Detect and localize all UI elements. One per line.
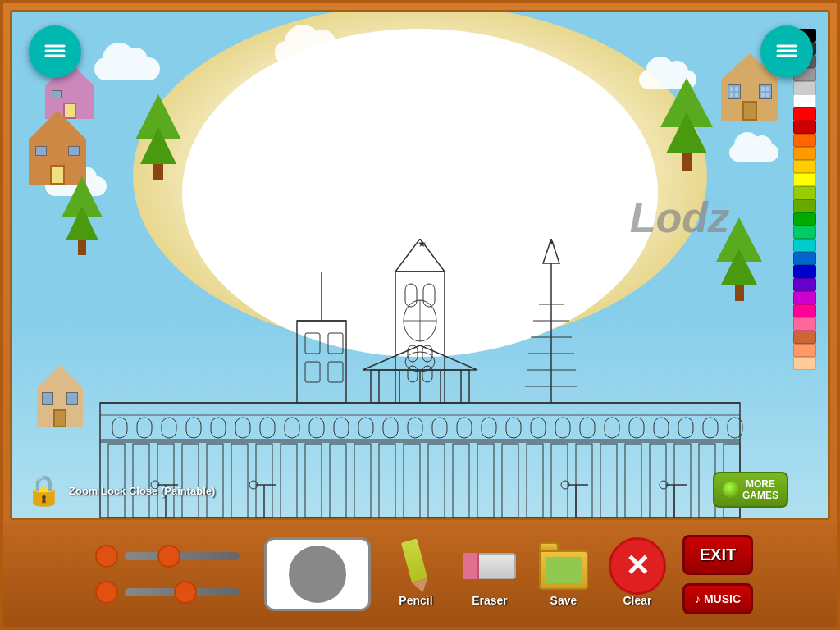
color-swatch-18[interactable] [793, 265, 816, 278]
svg-rect-41 [383, 418, 398, 438]
svg-rect-54 [703, 418, 718, 438]
clear-x-icon: ✕ [625, 551, 650, 581]
exit-btn[interactable]: EXIT [682, 535, 753, 575]
house-left-mid [29, 111, 86, 185]
svg-rect-9 [281, 444, 297, 518]
color-swatch-20[interactable] [793, 291, 816, 304]
toolbar: Pencil Eraser Save [3, 522, 837, 627]
size-slider-1-row [95, 545, 240, 568]
music-btn[interactable]: ♪ MUSIC [682, 583, 753, 614]
color-swatch-7[interactable] [793, 121, 816, 134]
color-swatch-4[interactable] [793, 81, 816, 94]
cloud-2 [275, 41, 349, 64]
eraser-icon-area [461, 541, 518, 591]
svg-rect-44 [457, 418, 472, 438]
color-swatch-5[interactable] [793, 94, 816, 107]
color-swatch-25[interactable] [793, 357, 816, 370]
exit-music-group: EXIT ♪ MUSIC [682, 535, 753, 614]
canvas-area: Lodz [10, 10, 830, 520]
size-slider-2-row [95, 581, 240, 604]
clear-label: Clear [623, 594, 651, 607]
color-swatch-24[interactable] [793, 344, 816, 357]
slider-track-1[interactable] [125, 552, 240, 560]
tree-left [135, 94, 181, 180]
color-swatch-11[interactable] [793, 173, 816, 186]
sound-btn-left[interactable] [29, 25, 81, 78]
slider-thumb-1[interactable] [158, 545, 180, 568]
svg-marker-62 [363, 345, 477, 370]
pencil-tool[interactable]: Pencil [379, 536, 453, 612]
svg-rect-68 [328, 362, 343, 382]
music-label: MUSIC [704, 592, 741, 605]
svg-rect-16 [453, 444, 469, 518]
slider-dot-2 [95, 581, 118, 604]
color-swatch-19[interactable] [793, 278, 816, 291]
save-icon-area [535, 541, 592, 591]
color-swatch-15[interactable] [793, 226, 816, 239]
svg-rect-21 [576, 444, 592, 518]
svg-rect-43 [432, 418, 447, 438]
color-swatch-12[interactable] [793, 186, 816, 199]
color-swatch-14[interactable] [793, 212, 816, 226]
svg-rect-12 [354, 444, 371, 518]
clear-btn[interactable]: ✕ [609, 537, 666, 595]
svg-rect-36 [260, 418, 275, 438]
house-bottom-left [37, 365, 83, 427]
svg-rect-7 [231, 444, 248, 518]
svg-rect-47 [531, 418, 546, 438]
slider-thumb-2[interactable] [174, 581, 197, 604]
pencil-icon-area [387, 541, 445, 591]
clear-tool[interactable]: ✕ Clear [600, 536, 674, 612]
slider-track-2[interactable] [125, 588, 240, 596]
color-swatch-13[interactable] [793, 199, 816, 212]
sound-icon-right [774, 41, 799, 63]
svg-rect-66 [328, 333, 343, 354]
svg-rect-38 [309, 418, 324, 438]
svg-rect-53 [678, 418, 693, 438]
color-swatch-16[interactable] [793, 239, 816, 252]
color-swatch-17[interactable] [793, 252, 816, 265]
lock-icon: 🔒 [25, 473, 62, 508]
color-preview-circle [289, 546, 346, 603]
svg-rect-13 [379, 444, 395, 518]
city-name-text: Lodz [630, 193, 729, 242]
color-swatch-22[interactable] [793, 317, 816, 331]
svg-point-63 [405, 352, 435, 372]
sound-icon-left [43, 41, 67, 63]
color-swatch-21[interactable] [793, 304, 816, 317]
color-swatch-8[interactable] [793, 134, 816, 147]
cloud-4 [729, 144, 778, 162]
svg-rect-17 [477, 444, 494, 518]
more-games-btn[interactable]: MOREGAMES [713, 472, 788, 508]
svg-rect-22 [600, 444, 617, 518]
color-swatch-9[interactable] [793, 147, 816, 160]
svg-rect-34 [211, 418, 226, 438]
color-preview-box [264, 537, 371, 611]
eraser-tool[interactable]: Eraser [453, 536, 527, 612]
svg-rect-52 [654, 418, 669, 438]
svg-rect-45 [482, 418, 496, 438]
svg-rect-65 [305, 333, 320, 354]
app-container: Lodz [0, 0, 840, 630]
svg-rect-48 [555, 418, 570, 438]
eraser-label: Eraser [472, 594, 508, 607]
svg-rect-33 [186, 418, 201, 438]
svg-rect-39 [334, 418, 349, 438]
pencil-label: Pencil [399, 594, 432, 607]
zoom-lock-btn[interactable]: 🔒 Zoom Lock Close (Paintable) [25, 473, 215, 508]
svg-rect-67 [305, 362, 320, 382]
save-tool[interactable]: Save [527, 536, 600, 612]
svg-text:★: ★ [418, 239, 427, 249]
svg-rect-11 [330, 444, 346, 518]
svg-text:✦: ✦ [548, 239, 555, 247]
svg-rect-15 [428, 444, 445, 518]
color-swatch-10[interactable] [793, 160, 816, 173]
sliders-area [95, 545, 240, 604]
sound-btn-right[interactable] [760, 25, 813, 78]
color-swatch-23[interactable] [793, 331, 816, 344]
svg-rect-49 [580, 418, 595, 438]
svg-rect-18 [502, 444, 518, 518]
more-games-icon [723, 482, 739, 498]
color-swatch-6[interactable] [793, 107, 816, 121]
clear-icon-area: ✕ [609, 541, 666, 591]
